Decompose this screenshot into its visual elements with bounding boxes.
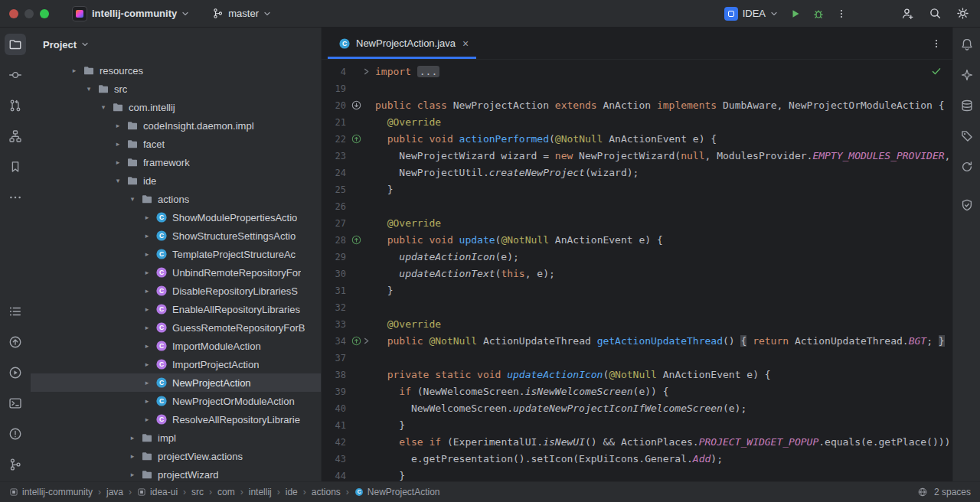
chevron-right-icon[interactable]: ▸ (142, 342, 152, 350)
globe-icon[interactable] (917, 487, 928, 497)
project-widget[interactable]: intellij-community (66, 3, 195, 24)
line-number[interactable]: 20 (322, 97, 346, 114)
toolwindow-database-button[interactable] (956, 95, 978, 116)
gutter[interactable] (346, 266, 375, 282)
tree-item[interactable]: ▾actions (31, 190, 321, 208)
code-line[interactable]: 19 (322, 80, 952, 97)
code-line[interactable]: 32 (322, 299, 952, 316)
tree-item[interactable]: ▸CTemplateProjectStructureAc (31, 245, 321, 263)
tree-item[interactable]: ▸CShowModulePropertiesActio (31, 208, 321, 227)
line-number[interactable]: 41 (322, 417, 346, 434)
inspections-ok-icon[interactable] (931, 66, 942, 77)
gutter[interactable] (346, 165, 375, 181)
gutter[interactable] (346, 468, 375, 481)
fold-arrow-icon[interactable] (363, 337, 370, 344)
code-line[interactable]: 20public class NewProjectAction extends … (322, 97, 952, 114)
line-number[interactable]: 30 (322, 266, 346, 282)
gutter[interactable] (346, 316, 375, 333)
gutter[interactable] (346, 114, 375, 131)
toolwindow-bookmarks-button[interactable] (5, 156, 26, 178)
toolwindow-project-button[interactable] (5, 34, 26, 55)
minimize-window-button[interactable] (24, 9, 34, 18)
branch-widget[interactable]: master (206, 5, 277, 22)
toolwindow-dependencies-button[interactable] (956, 194, 978, 216)
code-line[interactable]: 28 public void update(@NotNull AnActionE… (322, 232, 952, 249)
tree-item[interactable]: ▸framework (31, 153, 321, 171)
tree-item[interactable]: ▸codeInsight.daemon.impl (31, 116, 321, 135)
code-line[interactable]: 33 @Override (322, 316, 952, 333)
close-window-button[interactable] (9, 9, 18, 18)
chevron-right-icon[interactable]: ▸ (113, 122, 123, 129)
breadcrumb-item[interactable]: actions (312, 487, 341, 497)
code-line[interactable]: 43 e.getPresentation().setIcon(ExpUiIcon… (322, 451, 952, 468)
gutter[interactable] (346, 148, 375, 165)
toolwindow-terminal-button[interactable] (5, 393, 26, 414)
chevron-right-icon[interactable]: ▸ (113, 140, 123, 148)
more-toolwindows-button[interactable] (5, 187, 26, 208)
code-line[interactable]: 26 (322, 198, 952, 215)
line-number[interactable]: 23 (322, 148, 346, 165)
line-number[interactable]: 28 (322, 232, 346, 249)
chevron-right-icon[interactable]: ▸ (142, 305, 152, 313)
tree-item[interactable]: ▸CGuessRemoteRepositoryForB (31, 318, 321, 337)
line-number[interactable]: 27 (322, 215, 346, 232)
code-line[interactable]: 31 } (322, 282, 952, 299)
code-line[interactable]: 42 else if (ExperimentalUI.isNewUI() && … (322, 434, 952, 451)
chevron-right-icon[interactable]: ▸ (142, 324, 152, 331)
line-number[interactable]: 4 (322, 64, 346, 80)
settings-button[interactable] (951, 3, 974, 24)
code-line[interactable]: 27 @Override (322, 215, 952, 232)
toolwindow-todo-button[interactable] (5, 301, 26, 322)
gutter[interactable] (346, 367, 375, 383)
tree-item[interactable]: ▸CImportProjectAction (31, 355, 321, 373)
toolwindow-pull-requests-button[interactable] (5, 95, 26, 116)
line-number[interactable]: 24 (322, 165, 346, 181)
search-everywhere-button[interactable] (923, 3, 946, 24)
gutter[interactable] (346, 131, 375, 148)
tree-item[interactable]: ▸projectView.actions (31, 447, 321, 465)
line-number[interactable]: 22 (322, 131, 346, 148)
project-panel-header[interactable]: Project (31, 28, 321, 61)
line-number[interactable]: 34 (322, 333, 346, 350)
line-number[interactable]: 25 (322, 181, 346, 198)
chevron-right-icon[interactable]: ▸ (127, 452, 138, 460)
breadcrumb-item[interactable]: intellij (249, 487, 272, 497)
overriding-method-icon[interactable] (351, 235, 361, 245)
toolwindow-structure-button[interactable] (5, 126, 26, 147)
chevron-right-icon[interactable]: ▸ (113, 158, 123, 166)
line-number[interactable]: 43 (322, 451, 346, 468)
editor-tab-newprojectaction[interactable]: C NewProjectAction.java × (328, 28, 476, 59)
tree-item[interactable]: ▸CResolveAllRepositoryLibrarie (31, 410, 321, 429)
gutter[interactable] (346, 350, 375, 367)
toolwindow-version-control-button[interactable] (5, 454, 26, 475)
code-line[interactable]: 44 } (322, 468, 952, 481)
tree-item[interactable]: ▸impl (31, 429, 321, 447)
tree-item[interactable]: ▸resources (31, 61, 321, 80)
tree-item[interactable]: ▸projectWizard (31, 465, 321, 481)
line-number[interactable]: 38 (322, 367, 346, 383)
gutter[interactable] (346, 434, 375, 451)
chevron-right-icon[interactable]: ▸ (142, 397, 152, 405)
gutter[interactable] (346, 181, 375, 198)
breadcrumb-item[interactable]: com (217, 487, 235, 497)
chevron-right-icon[interactable]: ▸ (127, 434, 138, 442)
tab-options-button[interactable] (931, 38, 942, 49)
breadcrumb-item[interactable]: ide (286, 487, 298, 497)
more-actions-button[interactable] (830, 3, 853, 24)
code-line[interactable]: 40 NewWelcomeScreen.updateNewProjectIcon… (322, 400, 952, 417)
breadcrumb-item[interactable]: src (191, 487, 204, 497)
close-tab-icon[interactable]: × (462, 37, 469, 50)
tree-item[interactable]: ▸CImportModuleAction (31, 337, 321, 355)
chevron-right-icon[interactable]: ▸ (142, 250, 152, 258)
overriding-method-icon[interactable] (351, 134, 361, 144)
line-number[interactable]: 31 (322, 282, 346, 299)
chevron-down-icon[interactable]: ▾ (83, 85, 94, 93)
chevron-right-icon[interactable]: ▸ (142, 416, 152, 423)
code-line[interactable]: 38 private static void updateActionIcon(… (322, 367, 952, 383)
breadcrumb-item[interactable]: java (106, 487, 123, 497)
chevron-down-icon[interactable]: ▾ (98, 103, 109, 111)
line-number[interactable]: 39 (322, 383, 346, 400)
line-number[interactable]: 33 (322, 316, 346, 333)
chevron-right-icon[interactable]: ▸ (142, 360, 152, 368)
code-line[interactable]: 22 public void actionPerformed(@NotNull … (322, 131, 952, 148)
